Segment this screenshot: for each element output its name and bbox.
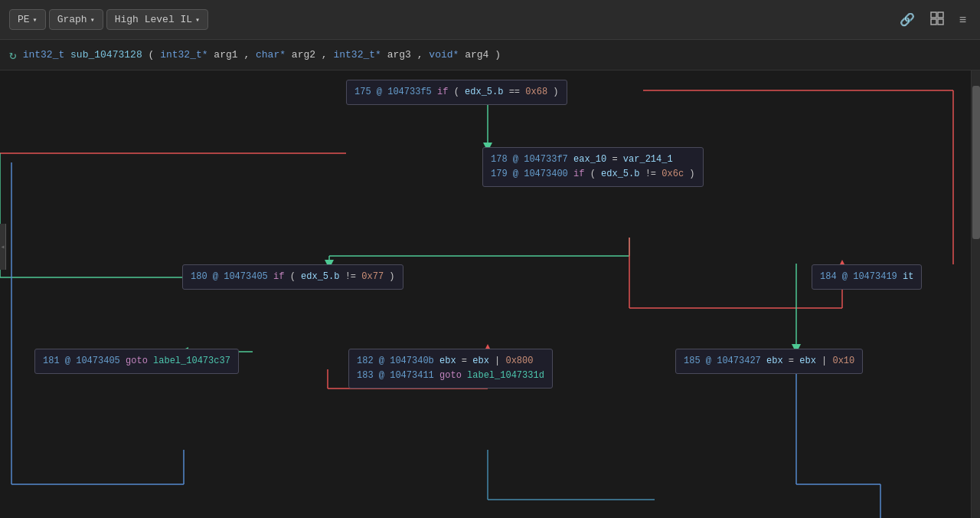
graph-chevron-icon: ▾: [90, 15, 95, 25]
vertical-scrollbar[interactable]: [971, 70, 980, 518]
node-185[interactable]: 185 @ 10473427 ebx = ebx | 0x10: [675, 349, 863, 374]
toolbar-right-actions: 🔗 ≡: [895, 8, 971, 31]
split-button[interactable]: [926, 8, 949, 31]
highlevel-label: High Level IL: [115, 14, 192, 25]
pe-chevron-icon: ▾: [33, 15, 38, 25]
node-182-183[interactable]: 182 @ 1047340b ebx = ebx | 0x800 183 @ 1…: [348, 349, 553, 388]
svg-rect-2: [931, 19, 936, 25]
collapse-handle[interactable]: ◂: [0, 224, 6, 270]
collapse-arrow: ◂: [0, 242, 5, 251]
node-175[interactable]: 175 @ 104733f5 if ( edx_5.b == 0x68 ): [346, 80, 567, 105]
link-button[interactable]: 🔗: [895, 9, 920, 30]
refresh-icon[interactable]: ↻: [9, 48, 17, 63]
menu-button[interactable]: ≡: [955, 10, 971, 30]
node-178-179[interactable]: 178 @ 104733f7 eax_10 = var_214_1 179 @ …: [482, 147, 704, 187]
node-184[interactable]: 184 @ 10473419 it: [812, 264, 922, 290]
scrollbar-thumb[interactable]: [972, 86, 980, 239]
node-181[interactable]: 181 @ 10473405 goto label_10473c37: [34, 349, 239, 374]
func-bar: ↻ int32_t sub_10473128 ( int32_t* arg1 ,…: [0, 40, 980, 70]
func-signature: int32_t sub_10473128 ( int32_t* arg1 , c…: [23, 49, 501, 61]
highlevel-chevron-icon: ▾: [195, 15, 200, 25]
svg-rect-1: [938, 12, 943, 18]
return-type: int32_t: [23, 49, 65, 61]
svg-rect-3: [938, 19, 943, 25]
node-180[interactable]: 180 @ 10473405 if ( edx_5.b != 0x77 ): [182, 264, 403, 290]
graph-canvas[interactable]: 175 @ 104733f5 if ( edx_5.b == 0x68 ) 17…: [0, 70, 980, 518]
link-icon: 🔗: [900, 13, 915, 26]
graph-button[interactable]: Graph ▾: [49, 9, 103, 30]
graph-connections: [0, 70, 980, 518]
pe-label: PE: [18, 14, 30, 25]
pe-button[interactable]: PE ▾: [9, 9, 46, 30]
func-name-text: sub_10473128: [70, 49, 142, 61]
toolbar: PE ▾ Graph ▾ High Level IL ▾ 🔗 ≡: [0, 0, 980, 40]
menu-icon: ≡: [959, 13, 966, 26]
graph-label: Graph: [57, 14, 87, 25]
highlevel-button[interactable]: High Level IL ▾: [106, 9, 208, 30]
svg-rect-0: [931, 12, 936, 18]
split-icon: [930, 15, 944, 28]
